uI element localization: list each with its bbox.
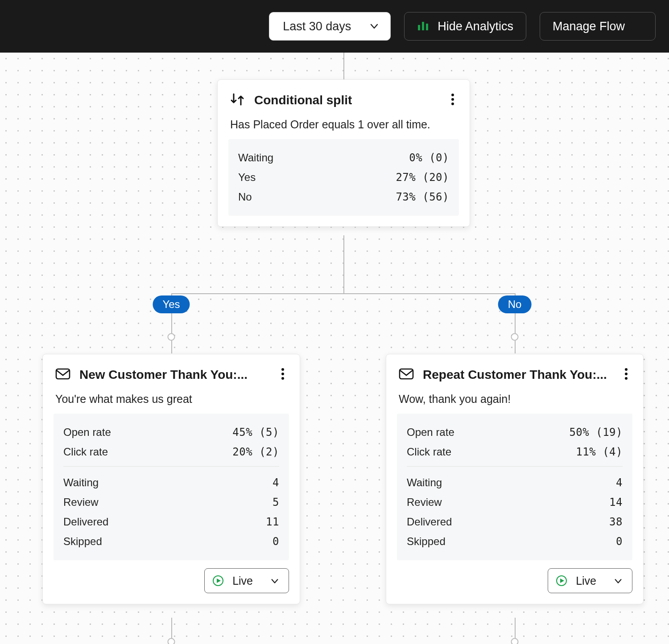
stat-label: Skipped — [407, 535, 446, 548]
stat-value: 73% (56) — [396, 191, 449, 203]
stat-value: 5 — [273, 496, 279, 509]
stat-row-skipped: Skipped 0 — [407, 532, 623, 551]
play-icon — [556, 575, 567, 586]
connector-dot — [168, 333, 175, 341]
date-range-select[interactable]: Last 30 days — [269, 12, 391, 41]
email-stats: Open rate 45% (5) Click rate 20% (2) Wai… — [54, 414, 289, 560]
stat-label: Waiting — [238, 152, 273, 164]
hide-analytics-label: Hide Analytics — [438, 20, 513, 33]
email-node-repeat-customer[interactable]: Repeat Customer Thank You:... Wow, thank… — [386, 354, 644, 604]
stat-label: No — [238, 191, 252, 203]
email-subject: Wow, thank you again! — [397, 389, 632, 414]
connector-line — [343, 53, 344, 79]
node-title: New Customer Thank You:... — [79, 368, 269, 382]
stat-row-click-rate: Click rate 20% (2) — [63, 442, 279, 462]
stat-row-skipped: Skipped 0 — [63, 532, 279, 551]
stat-divider — [63, 466, 279, 467]
stat-value: 11% (4) — [576, 446, 623, 458]
email-node-new-customer[interactable]: New Customer Thank You:... You're what m… — [42, 354, 300, 604]
hide-analytics-button[interactable]: Hide Analytics — [404, 12, 526, 41]
stat-label: Open rate — [407, 426, 454, 439]
node-footer: Live — [397, 560, 632, 593]
svg-point-5 — [451, 103, 454, 105]
stat-value: 0 — [273, 535, 279, 548]
status-label: Live — [232, 574, 253, 587]
conditional-split-node[interactable]: Conditional split Has Placed Order equal… — [217, 79, 470, 227]
svg-rect-2 — [426, 24, 428, 30]
node-menu-button[interactable] — [278, 366, 287, 384]
mail-icon — [55, 368, 70, 381]
connector-dot — [168, 638, 175, 644]
stat-row-review: Review 5 — [63, 492, 279, 512]
stat-row-delivered: Delivered 38 — [407, 512, 623, 532]
stat-value: 50% (19) — [569, 426, 623, 439]
svg-point-13 — [625, 373, 628, 375]
svg-rect-1 — [422, 22, 424, 30]
stat-value: 11 — [266, 516, 279, 528]
stat-row-click-rate: Click rate 11% (4) — [407, 442, 623, 462]
stat-label: Skipped — [63, 535, 102, 548]
stat-value: 0% (0) — [409, 152, 449, 164]
stat-value: 4 — [616, 476, 623, 489]
stat-row-yes: Yes 27% (20) — [238, 168, 449, 187]
split-condition-text: Has Placed Order equals 1 over all time. — [228, 115, 459, 139]
node-title: Conditional split — [254, 93, 439, 107]
manage-flow-label: Manage Flow — [553, 20, 625, 33]
date-range-label: Last 30 days — [283, 20, 351, 33]
email-stats: Open rate 50% (19) Click rate 11% (4) Wa… — [397, 414, 632, 560]
connector-dot — [511, 333, 519, 341]
chevron-down-icon — [613, 576, 623, 586]
stat-row-no: No 73% (56) — [238, 187, 449, 207]
stat-label: Delivered — [63, 516, 108, 528]
stat-row-waiting: Waiting 0% (0) — [238, 148, 449, 168]
status-select[interactable]: Live — [204, 568, 289, 593]
branch-label-no: No — [498, 295, 532, 313]
stat-value: 45% (5) — [232, 426, 279, 439]
stat-value: 14 — [609, 496, 623, 509]
svg-point-3 — [451, 94, 454, 96]
svg-rect-0 — [418, 25, 420, 30]
connector-dot — [511, 638, 519, 644]
stat-value: 38 — [609, 516, 623, 528]
stat-label: Review — [63, 496, 99, 509]
stat-divider — [407, 466, 623, 467]
connector-line — [343, 235, 344, 293]
bar-chart-icon — [417, 20, 429, 33]
svg-point-9 — [281, 377, 284, 380]
stat-row-open-rate: Open rate 50% (19) — [407, 422, 623, 442]
mail-icon — [399, 368, 414, 381]
stat-label: Delivered — [407, 516, 452, 528]
stat-row-open-rate: Open rate 45% (5) — [63, 422, 279, 442]
stat-label: Yes — [238, 171, 256, 184]
stat-row-review: Review 14 — [407, 492, 623, 512]
connector-line — [171, 293, 516, 294]
svg-point-12 — [625, 368, 628, 371]
svg-rect-6 — [56, 369, 70, 379]
email-subject: You're what makes us great — [54, 389, 289, 414]
stat-value: 4 — [273, 476, 279, 489]
stat-row-delivered: Delivered 11 — [63, 512, 279, 532]
top-toolbar: Last 30 days Hide Analytics Manage Flow — [0, 0, 669, 53]
stat-label: Click rate — [407, 446, 451, 458]
stat-label: Open rate — [63, 426, 111, 439]
svg-point-14 — [625, 377, 628, 380]
stat-row-waiting: Waiting 4 — [407, 473, 623, 492]
svg-point-8 — [281, 373, 284, 375]
stat-value: 27% (20) — [396, 171, 449, 184]
flow-canvas[interactable]: Conditional split Has Placed Order equal… — [0, 53, 669, 644]
stat-row-waiting: Waiting 4 — [63, 473, 279, 492]
node-menu-button[interactable] — [622, 366, 631, 384]
split-stats: Waiting 0% (0) Yes 27% (20) No 73% (56) — [228, 139, 459, 216]
svg-point-4 — [451, 98, 454, 101]
chevron-down-icon — [369, 21, 380, 32]
manage-flow-button[interactable]: Manage Flow — [540, 12, 656, 41]
stat-value: 0 — [616, 535, 623, 548]
stat-label: Waiting — [407, 476, 442, 489]
status-select[interactable]: Live — [548, 568, 632, 593]
svg-rect-11 — [400, 369, 413, 379]
node-footer: Live — [54, 560, 289, 593]
node-menu-button[interactable] — [448, 91, 457, 109]
node-header: New Customer Thank You:... — [54, 365, 289, 389]
split-arrows-icon — [230, 93, 245, 108]
stat-value: 20% (2) — [232, 446, 279, 458]
